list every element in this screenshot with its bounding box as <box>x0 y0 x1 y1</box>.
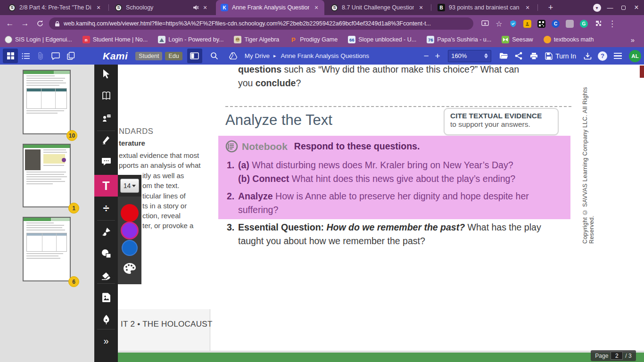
dashed-divider <box>225 106 571 107</box>
font-size-panel: 14 <box>118 175 141 197</box>
bookmark-textbooks-math[interactable]: textbooks math <box>544 36 594 43</box>
text-to-speech-tool[interactable] <box>94 111 118 126</box>
pages-copy-button[interactable] <box>63 49 78 63</box>
tab-separator <box>108 4 109 11</box>
minimize-button[interactable]: — <box>603 0 617 15</box>
equation-tool[interactable]: ÷ <box>94 201 118 216</box>
color-palette-icon[interactable] <box>123 263 136 275</box>
install-app-icon[interactable] <box>479 17 491 30</box>
comments-button[interactable] <box>48 49 63 63</box>
generic-extension-icon[interactable] <box>563 17 576 30</box>
dictionary-tool[interactable] <box>94 88 118 103</box>
close-icon[interactable]: × <box>417 3 425 12</box>
clever-extension-icon[interactable]: C <box>549 17 562 30</box>
page-thumbnail-2[interactable] <box>23 144 71 207</box>
more-tools-chevron[interactable]: » <box>94 333 118 348</box>
color-swatch-panel <box>118 197 141 284</box>
insert-image-tool[interactable] <box>94 290 118 305</box>
zoom-level-select[interactable]: 160% <box>448 50 491 62</box>
zoom-in-button[interactable]: + <box>432 49 443 63</box>
chrome-menu-icon[interactable]: ⋮ <box>606 17 619 30</box>
new-tab-button[interactable]: + <box>543 0 557 15</box>
menu-hamburger-button[interactable] <box>610 49 625 63</box>
font-size-dropdown[interactable]: 14 <box>120 179 139 193</box>
search-icon[interactable] <box>207 49 222 63</box>
schoology-icon: S <box>115 4 122 11</box>
share-button[interactable] <box>511 49 526 63</box>
bookmark-papas-sushiria[interactable]: 76 Papa's Sushiria - u... <box>427 36 491 43</box>
tab-strip: S 2/8 Part 4: Pre-Test "The Diary × S Sc… <box>0 0 644 15</box>
tab-schoology[interactable]: S Schoology × <box>110 0 213 15</box>
back-button[interactable]: ← <box>4 17 16 30</box>
text-tool-active[interactable]: T <box>94 175 118 197</box>
page-thumbnail-1[interactable] <box>23 70 71 134</box>
bookmark-slope[interactable]: 66 Slope unblocked - U... <box>348 36 416 43</box>
print-button[interactable] <box>526 49 541 63</box>
tasks-extension-icon[interactable] <box>521 17 534 30</box>
close-icon[interactable]: × <box>312 3 321 12</box>
url-text: web.kamihq.com/web/viewer.html?file=http… <box>64 20 431 27</box>
tab-unit-challenge[interactable]: S 8.7 Unit Challenge Questions - × <box>326 0 429 15</box>
section-heading: Analyze the Text <box>225 112 332 129</box>
grammarly-extension-icon[interactable]: G <box>578 17 590 30</box>
tiger-icon <box>234 36 241 43</box>
breadcrumb-my-drive[interactable]: My Drive <box>245 52 270 59</box>
standards-line: extual evidence that most <box>119 151 199 159</box>
split-view-button[interactable] <box>187 49 202 63</box>
tab-brainly[interactable]: B 93 points and brainiest can so × <box>433 0 536 15</box>
forward-button[interactable]: → <box>19 17 31 30</box>
eraser-tool[interactable] <box>94 268 118 283</box>
signature-pen-tool[interactable] <box>94 312 118 327</box>
bookmark-seesaw[interactable]: Seesaw <box>502 36 533 43</box>
tab-pretest[interactable]: S 2/8 Part 4: Pre-Test "The Diary × <box>4 0 107 15</box>
bookmark-login-powered[interactable]: Login - Powered by... <box>158 36 223 43</box>
muted-speaker-icon[interactable] <box>192 4 199 11</box>
thumb-table <box>26 233 67 252</box>
turn-in-button[interactable]: Turn In <box>545 52 576 60</box>
attachment-paperclip-button[interactable] <box>33 49 48 63</box>
bookmark-star-icon[interactable]: ☆ <box>493 17 505 30</box>
close-icon[interactable]: × <box>94 3 103 12</box>
tool-divider <box>97 283 115 284</box>
reload-button[interactable] <box>34 17 46 30</box>
outline-list-button[interactable] <box>18 49 33 63</box>
bookmarks-overflow-chevron[interactable]: » <box>631 36 635 44</box>
highlight-tool[interactable] <box>94 132 118 148</box>
shapes-tool[interactable] <box>94 246 118 261</box>
account-avatar[interactable]: AL <box>629 50 641 62</box>
qr-extension-icon[interactable] <box>535 17 548 30</box>
close-window-button[interactable]: × <box>630 0 643 15</box>
blue-swatch[interactable] <box>122 240 138 256</box>
bookmark-sis-login[interactable]: SIS Login | Edgenui... <box>5 36 72 43</box>
shield-extension-icon[interactable] <box>507 17 520 30</box>
extensions-puzzle-icon[interactable] <box>592 17 604 30</box>
kami-icon: K <box>221 4 228 11</box>
notebook-icon <box>225 140 238 153</box>
select-cursor-tool[interactable] <box>94 66 118 82</box>
bookmark-student-home[interactable]: n Student Home | No... <box>83 36 148 43</box>
close-icon[interactable]: × <box>201 3 209 12</box>
download-button[interactable] <box>580 49 595 63</box>
comment-tool[interactable] <box>94 154 118 169</box>
help-button[interactable]: ? <box>595 49 610 63</box>
standards-line: ticular lines of <box>142 192 186 200</box>
drawing-brush-tool[interactable] <box>94 224 118 239</box>
restore-button[interactable] <box>617 0 630 15</box>
bookmark-prodigy[interactable]: P Prodigy Game <box>289 36 338 43</box>
page-thumbnail-3[interactable] <box>23 217 71 281</box>
url-bar[interactable]: web.kamihq.com/web/viewer.html?file=http… <box>49 17 473 30</box>
q3-number: 3. <box>227 221 234 234</box>
thumbnails-grid-button[interactable] <box>3 49 18 63</box>
close-icon[interactable]: × <box>523 3 532 12</box>
zoom-out-button[interactable]: − <box>421 49 432 63</box>
tab-anne-frank-active[interactable]: K Anne Frank Analysis Question × <box>216 0 324 15</box>
red-swatch[interactable] <box>121 204 139 222</box>
main-area: 10 1 6 <box>0 65 644 362</box>
page-number-input[interactable]: 2 <box>611 352 623 360</box>
standards-line: om the text. <box>142 181 179 189</box>
bookmark-tiger-algebra[interactable]: Tiger Algebra <box>234 36 279 43</box>
tab-search-button[interactable]: ▾ <box>590 0 603 15</box>
scrollbar-thumb[interactable] <box>640 66 644 78</box>
open-folder-button[interactable] <box>496 49 511 63</box>
purple-swatch-selected[interactable] <box>121 222 139 239</box>
